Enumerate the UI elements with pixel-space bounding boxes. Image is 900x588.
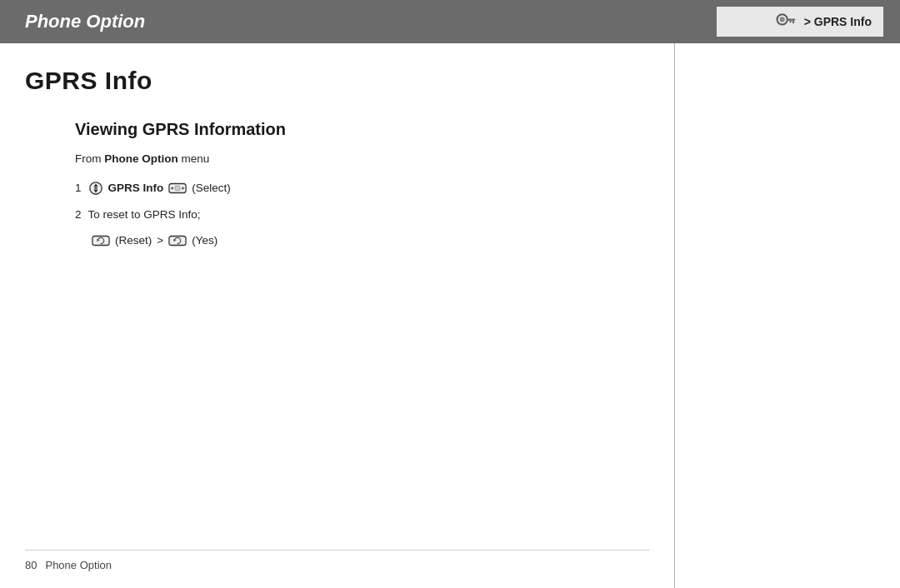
content-area: GPRS Info Viewing GPRS Information From … (0, 43, 675, 588)
svg-rect-3 (792, 21, 794, 24)
step-1-number: 1 (75, 179, 82, 197)
scroll-icon (88, 181, 103, 196)
footer: 80 Phone Option (25, 550, 649, 571)
step-2-reset-text: (Reset) (115, 232, 152, 250)
step-2: 2 To reset to GPRS Info; (75, 206, 649, 224)
main-container: GPRS Info Viewing GPRS Information From … (0, 43, 900, 588)
header-title: Phone Option (25, 11, 145, 32)
step-2-number: 2 (75, 206, 82, 224)
intro-text: From Phone Option menu (75, 151, 649, 167)
svg-point-8 (94, 187, 98, 190)
section-title: Viewing GPRS Information (75, 120, 649, 139)
svg-rect-2 (787, 19, 796, 21)
step-2-sub: (Reset) > (Yes) (92, 232, 649, 250)
step-1-select-text: (Select) (192, 179, 231, 197)
step-1-label: GPRS Info (108, 179, 164, 197)
step-1: 1 GPRS Info (Select) (75, 179, 649, 197)
intro-bold: Phone Option (104, 152, 178, 165)
header-bar: Phone Option > GPRS Info (0, 0, 900, 43)
header-breadcrumb: > GPRS Info (717, 7, 883, 37)
svg-point-1 (779, 17, 784, 22)
page-heading: GPRS Info (25, 67, 649, 95)
svg-rect-4 (789, 21, 791, 23)
sidebar (675, 43, 900, 588)
key-icon (774, 10, 798, 33)
step-2-text: To reset to GPRS Info; (88, 206, 201, 224)
select-softkey-icon (168, 181, 187, 196)
step-2-yes-text: (Yes) (192, 232, 218, 250)
reset-softkey-icon (92, 233, 110, 248)
step-2-arrow: > (157, 232, 163, 250)
footer-label: Phone Option (45, 559, 112, 571)
yes-softkey-icon (168, 233, 187, 248)
svg-rect-14 (176, 186, 181, 191)
breadcrumb-text: > GPRS Info (804, 15, 872, 28)
intro-prefix: From (75, 152, 104, 165)
content-body: GPRS Info Viewing GPRS Information From … (25, 67, 649, 550)
footer-page-number: 80 (25, 559, 37, 571)
intro-suffix: menu (178, 152, 210, 165)
